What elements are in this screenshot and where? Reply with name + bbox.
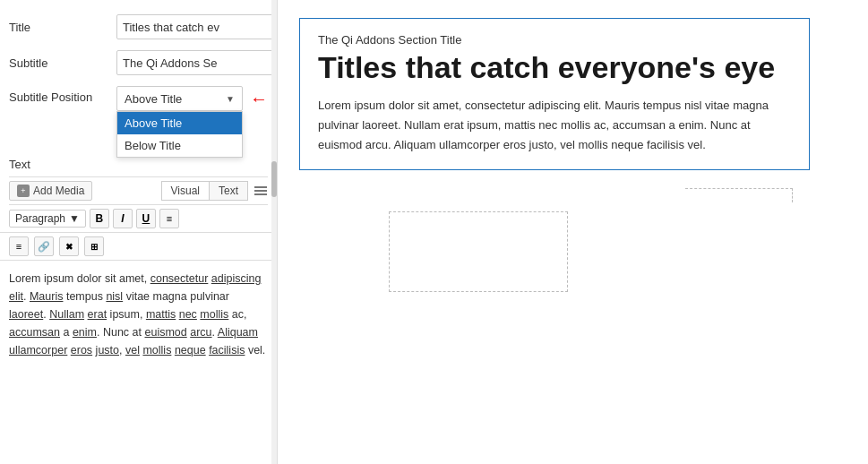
link-euismod[interactable]: euismod (144, 326, 186, 339)
editor-tabs: Visual Text (161, 181, 248, 201)
red-arrow-indicator: ← (250, 86, 268, 111)
chevron-down-icon: ▼ (226, 94, 235, 104)
link-facilisis[interactable]: facilisis (209, 344, 245, 357)
scrollbar[interactable] (271, 0, 277, 464)
link-neque[interactable]: neque (175, 344, 206, 357)
link-laoreet[interactable]: laoreet (9, 308, 43, 321)
paragraph-label: Paragraph (15, 212, 65, 225)
editor-toolbar: + Add Media Visual Text (9, 176, 268, 205)
link-mattis[interactable]: mattis (146, 308, 176, 321)
title-input[interactable] (116, 14, 278, 39)
format-toolbar-2: ≡ 🔗 ✖ ⊞ (0, 233, 277, 261)
link-enim[interactable]: enim (73, 326, 97, 339)
paragraph-arrow: ▼ (69, 212, 80, 225)
subtitle-position-btn[interactable]: Above Title ▼ (116, 86, 243, 111)
link-vel[interactable]: vel (125, 344, 140, 357)
resize-handle[interactable] (685, 188, 793, 202)
link-accumsan[interactable]: accumsan (9, 326, 60, 339)
link-ullamcorper[interactable]: ullamcorper (9, 344, 67, 357)
preview-body: Lorem ipsum dolor sit amet, consectetur … (318, 96, 791, 155)
link-eros[interactable]: eros (71, 344, 92, 357)
editor-content[interactable]: Lorem ipsum dolor sit amet, consectetur … (0, 261, 277, 368)
tab-visual[interactable]: Visual (161, 181, 209, 201)
scroll-thumb[interactable] (271, 161, 277, 197)
subtitle-label: Subtitle (9, 56, 116, 70)
paragraph-select[interactable]: Paragraph ▼ (9, 210, 86, 228)
link-erat[interactable]: erat (88, 308, 107, 321)
link-adipiscing[interactable]: adipiscing (211, 272, 262, 285)
resize-area (299, 188, 847, 202)
text-label: Text (9, 154, 116, 171)
subtitle-field-row: Subtitle (0, 45, 277, 81)
subtitle-input-wrap (116, 50, 278, 75)
link-mollis2[interactable]: mollis (142, 344, 171, 357)
align-left-button[interactable]: ≡ (9, 236, 29, 256)
preview-panel: The Qi Addons Section Title Titles that … (278, 0, 868, 464)
title-label: Title (9, 21, 116, 34)
add-media-label: Add Media (33, 185, 84, 197)
link-aliquam[interactable]: Aliquam (218, 326, 258, 339)
title-field-row: Title (0, 9, 277, 45)
unlink-button[interactable]: ✖ (59, 236, 79, 256)
subtitle-position-label: Subtitle Position (9, 86, 116, 104)
underline-button[interactable]: U (136, 209, 156, 228)
link-arcu[interactable]: arcu (190, 326, 211, 339)
dropdown-option-above[interactable]: Above Title (117, 112, 242, 134)
link-justo[interactable]: justo (96, 344, 119, 357)
bold-button[interactable]: B (90, 209, 109, 228)
add-media-icon: + (17, 185, 30, 197)
tab-text[interactable]: Text (209, 181, 248, 201)
link-mollis[interactable]: mollis (200, 308, 228, 321)
subtitle-input[interactable] (116, 50, 278, 75)
format-toolbar: Paragraph ▼ B I U ≡ (0, 205, 277, 233)
link-consectetur[interactable]: consectetur (150, 272, 209, 285)
title-input-wrap (116, 14, 278, 39)
preview-box: The Qi Addons Section Title Titles that … (299, 18, 810, 170)
editor-menu-icon[interactable] (254, 184, 268, 198)
link-button[interactable]: 🔗 (34, 236, 54, 256)
subtitle-position-value: Above Title (125, 92, 182, 106)
italic-button[interactable]: I (113, 209, 133, 228)
link-nisl[interactable]: nisl (106, 290, 123, 303)
preview-title: Titles that catch everyone's eye (318, 50, 791, 85)
placeholder-box (389, 211, 568, 292)
preview-subtitle: The Qi Addons Section Title (318, 33, 791, 47)
table-button[interactable]: ⊞ (84, 236, 104, 256)
dropdown-option-below[interactable]: Below Title (117, 134, 242, 157)
link-mauris[interactable]: Mauris (30, 290, 64, 303)
settings-panel: Title Subtitle Subtitle Position Above T… (0, 0, 278, 464)
link-elit[interactable]: elit (9, 290, 23, 303)
link-nec[interactable]: nec (179, 308, 197, 321)
link-nullam[interactable]: Nullam (49, 308, 84, 321)
subtitle-position-select[interactable]: Above Title ▼ Above Title Below Title (116, 86, 243, 111)
subtitle-position-row: Subtitle Position Above Title ▼ Above Ti… (0, 81, 277, 116)
add-media-button[interactable]: + Add Media (9, 181, 92, 201)
subtitle-position-dropdown: Above Title Below Title (116, 111, 243, 158)
list-button[interactable]: ≡ (159, 209, 179, 228)
subtitle-position-wrap: Above Title ▼ Above Title Below Title ← (116, 86, 268, 111)
